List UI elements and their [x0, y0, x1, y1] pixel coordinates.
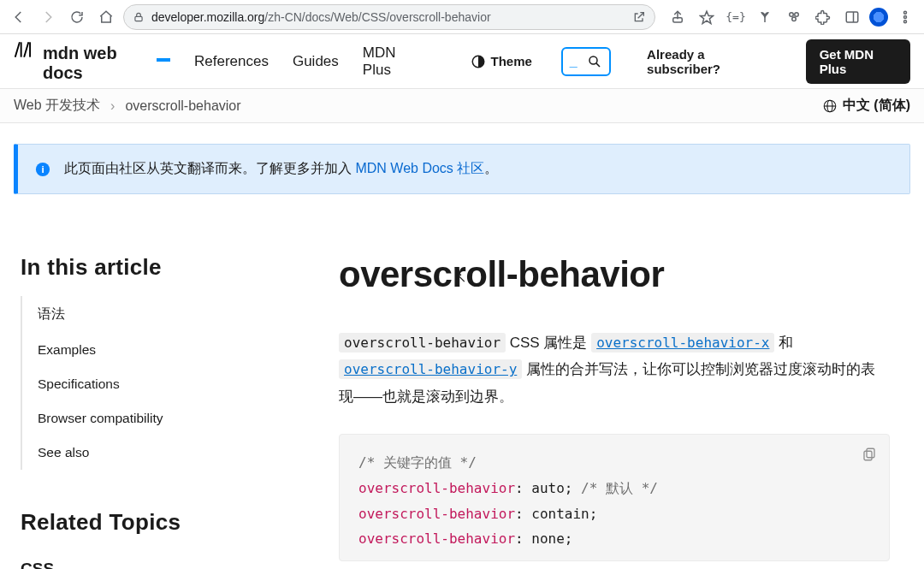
breadcrumb-root[interactable]: Web 开发技术 — [14, 97, 100, 115]
code-line: /* 关键字的值 */ — [358, 450, 870, 476]
search-button[interactable]: _ — [561, 47, 611, 76]
site-header: mdn web docs References Guides MDN Plus … — [0, 34, 924, 89]
lock-icon — [133, 11, 145, 23]
back-button[interactable] — [7, 5, 31, 29]
page-body: i 此页面由社区从英文翻译而来。了解更多并加入 MDN Web Docs 社区。… — [0, 123, 924, 569]
reload-button[interactable] — [65, 5, 89, 29]
page-title: overscroll-behavior — [339, 254, 890, 295]
svg-point-10 — [904, 20, 907, 22]
related-css-link[interactable]: CSS — [21, 560, 305, 569]
svg-marker-2 — [701, 11, 714, 23]
extension-braces-icon[interactable]: {=} — [724, 5, 748, 29]
share-icon[interactable] — [666, 5, 690, 29]
code-block: /* 关键字的值 */ overscroll-behavior: auto; /… — [339, 434, 890, 560]
in-this-article-heading: In this article — [21, 254, 305, 281]
address-bar[interactable]: developer.mozilla.org/zh-CN/docs/Web/CSS… — [123, 4, 655, 30]
svg-point-4 — [795, 12, 799, 16]
theme-icon — [471, 54, 486, 69]
article-main: overscroll-behavior overscroll-behavior … — [339, 254, 910, 569]
extension-cloud-icon[interactable] — [782, 5, 806, 29]
nav-mdn-plus[interactable]: MDN Plus — [363, 44, 423, 79]
svg-point-9 — [904, 15, 907, 18]
svg-text:i: i — [41, 163, 44, 174]
browser-toolbar: developer.mozilla.org/zh-CN/docs/Web/CSS… — [0, 0, 924, 34]
mdn-logo-underscore — [157, 58, 170, 62]
toc-item-specs[interactable]: Specifications — [22, 367, 305, 401]
url-text: developer.mozilla.org/zh-CN/docs/Web/CSS… — [151, 10, 625, 24]
extension-plant-icon[interactable] — [753, 5, 777, 29]
code-line: overscroll-behavior: auto; /* 默认 */ — [358, 476, 870, 501]
translation-banner: i 此页面由社区从英文翻译而来。了解更多并加入 MDN Web Docs 社区。 — [14, 144, 910, 194]
banner-link[interactable]: MDN Web Docs 社区 — [355, 161, 484, 175]
theme-label: Theme — [491, 54, 532, 68]
link-overscroll-y[interactable]: overscroll-behavior-y — [339, 359, 522, 379]
toc-item-compat[interactable]: Browser compatibility — [22, 401, 305, 436]
get-mdn-plus-button[interactable]: Get MDN Plus — [806, 39, 910, 84]
breadcrumb-current[interactable]: overscroll-behavior — [125, 98, 240, 114]
toc-item-seealso[interactable]: See also — [22, 436, 305, 470]
globe-icon — [822, 98, 838, 114]
toc-item-syntax[interactable]: 语法 — [22, 296, 305, 333]
home-button[interactable] — [94, 5, 118, 29]
chrome-menu-icon[interactable] — [893, 5, 917, 29]
mdn-logo-text: mdn web docs — [43, 44, 148, 83]
theme-toggle[interactable]: Theme — [471, 54, 532, 69]
mdn-logo-mark — [14, 40, 36, 59]
code-line: overscroll-behavior: none; — [358, 526, 870, 552]
svg-rect-6 — [846, 12, 858, 22]
toc: 语法 Examples Specifications Browser compa… — [21, 296, 305, 470]
extensions-puzzle-icon[interactable] — [811, 5, 835, 29]
banner-text: 此页面由社区从英文翻译而来。了解更多并加入 MDN Web Docs 社区。 — [64, 160, 498, 178]
breadcrumb-bar: Web 开发技术 › overscroll-behavior 中文 (简体) — [0, 89, 924, 123]
nav-references[interactable]: References — [194, 53, 269, 70]
open-external-icon[interactable] — [632, 10, 646, 24]
info-icon: i — [35, 162, 50, 177]
search-underscore: _ — [570, 54, 587, 69]
side-panel-icon[interactable] — [840, 5, 864, 29]
copy-code-button[interactable] — [862, 445, 877, 460]
toc-item-examples[interactable]: Examples — [22, 333, 305, 367]
mdn-logo[interactable]: mdn web docs — [14, 40, 170, 83]
lede-code-main: overscroll-behavior — [339, 333, 506, 353]
breadcrumb-sep: › — [110, 98, 115, 114]
svg-line-13 — [596, 62, 600, 66]
language-selector[interactable]: 中文 (简体) — [822, 97, 910, 115]
code-line: overscroll-behavior: contain; — [358, 501, 870, 527]
nav-guides[interactable]: Guides — [293, 53, 339, 70]
already-subscriber-link[interactable]: Already a subscriber? — [647, 47, 770, 76]
svg-point-3 — [790, 12, 794, 16]
svg-point-12 — [589, 56, 597, 64]
search-icon — [587, 54, 602, 69]
sidebar: In this article 语法 Examples Specificatio… — [14, 254, 305, 569]
article-lede: overscroll-behavior CSS 属性是 overscroll-b… — [339, 329, 890, 410]
svg-point-5 — [792, 17, 797, 21]
svg-rect-20 — [864, 452, 872, 461]
svg-rect-0 — [135, 16, 142, 21]
profile-avatar[interactable] — [869, 8, 888, 27]
language-label: 中文 (简体) — [843, 97, 910, 115]
svg-rect-19 — [867, 449, 874, 459]
svg-point-8 — [904, 11, 907, 14]
link-overscroll-x[interactable]: overscroll-behavior-x — [591, 333, 774, 353]
related-topics-heading: Related Topics — [21, 509, 305, 536]
star-icon[interactable] — [695, 5, 719, 29]
forward-button[interactable] — [36, 5, 60, 29]
